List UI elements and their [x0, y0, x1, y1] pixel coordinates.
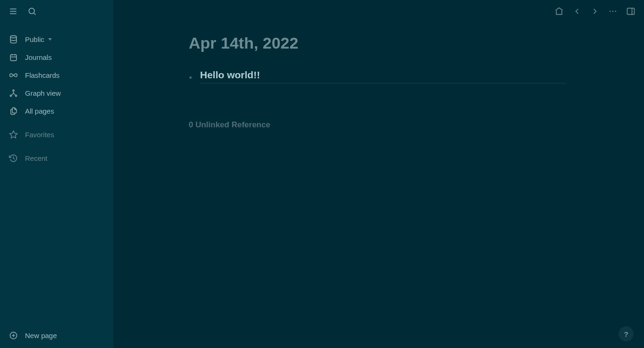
page-content: Apr 14th, 2022 • Hello world!! 0 Unlinke… [113, 0, 566, 130]
caret-down-icon [48, 38, 52, 41]
sidebar-nav: Public Journals Flashcards Graph view [0, 23, 113, 167]
svg-point-10 [12, 90, 14, 91]
more-icon[interactable] [608, 7, 618, 16]
svg-point-19 [615, 11, 617, 12]
calendar-icon [8, 52, 18, 62]
block-row: • Hello world!! [189, 69, 566, 83]
sidebar-item-label: Flashcards [25, 71, 59, 79]
svg-point-5 [10, 35, 17, 38]
sidebar-item-graph[interactable]: Public [0, 30, 113, 48]
home-icon[interactable] [554, 7, 564, 16]
topbar [546, 0, 644, 23]
sidebar-top [0, 0, 113, 23]
infinity-icon [8, 70, 18, 80]
svg-point-3 [29, 8, 34, 14]
new-page-button[interactable]: New page [0, 326, 113, 344]
sidebar-item-label: Favorites [25, 131, 54, 139]
sidebar-bottom: New page [0, 326, 113, 348]
bullet-icon[interactable]: • [189, 69, 200, 82]
sidebar-item-favorites[interactable]: Favorites [0, 125, 113, 143]
sidebar-item-graphview[interactable]: Graph view [0, 84, 113, 102]
unlinked-references[interactable]: 0 Unlinked Reference [189, 120, 566, 130]
new-page-label: New page [25, 331, 57, 340]
sidebar-item-label: Journals [25, 53, 52, 61]
svg-rect-20 [627, 8, 635, 14]
back-icon[interactable] [572, 7, 582, 16]
help-button[interactable]: ? [619, 326, 634, 341]
main: Apr 14th, 2022 • Hello world!! 0 Unlinke… [113, 0, 644, 348]
svg-point-18 [612, 11, 614, 12]
sidebar-item-label: All pages [25, 107, 54, 115]
hierarchy-icon [8, 88, 18, 98]
sidebar-item-label: Recent [25, 154, 48, 162]
sidebar-item-recent[interactable]: Recent [0, 149, 113, 167]
sidebar: Public Journals Flashcards Graph view [0, 0, 113, 348]
database-icon [8, 34, 18, 44]
block-editor[interactable]: Hello world!! [200, 69, 566, 83]
svg-rect-6 [10, 54, 17, 60]
graph-name-label: Public [25, 35, 44, 43]
forward-icon[interactable] [590, 7, 600, 16]
sidebar-item-flashcards[interactable]: Flashcards [0, 66, 113, 84]
svg-line-4 [34, 13, 36, 15]
graph-dropdown[interactable]: Public [25, 35, 52, 43]
star-icon [8, 130, 18, 139]
sidebar-item-journals[interactable]: Journals [0, 48, 113, 66]
plus-circle-icon [8, 331, 18, 340]
right-sidebar-icon[interactable] [626, 7, 636, 16]
sidebar-item-allpages[interactable]: All pages [0, 102, 113, 120]
sidebar-item-label: Graph view [25, 89, 61, 97]
search-icon[interactable] [27, 7, 37, 16]
files-icon [8, 106, 18, 116]
page-title[interactable]: Apr 14th, 2022 [189, 34, 566, 52]
svg-point-17 [610, 11, 611, 12]
history-icon [8, 153, 18, 163]
svg-marker-13 [9, 131, 17, 138]
menu-icon[interactable] [8, 7, 18, 16]
